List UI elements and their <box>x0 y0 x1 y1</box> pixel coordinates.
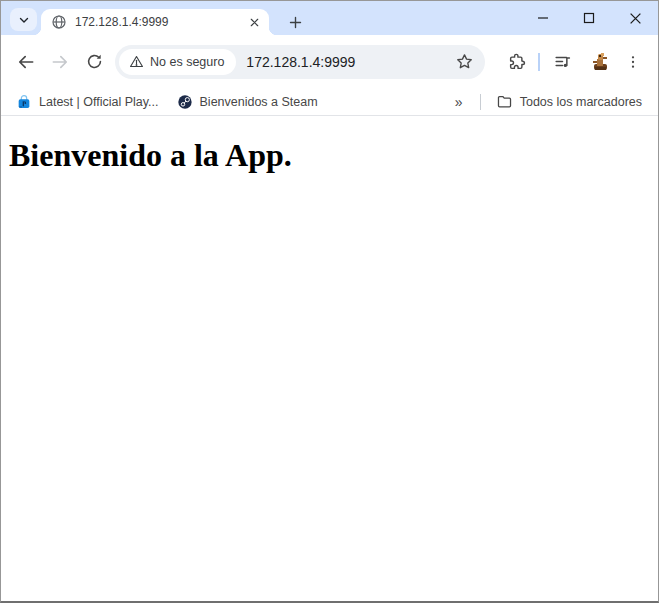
back-button[interactable] <box>9 45 43 79</box>
plus-icon <box>288 15 303 30</box>
minimize-button[interactable] <box>520 1 566 35</box>
browser-menu-button[interactable] <box>619 48 647 76</box>
playlist-music-icon <box>553 52 572 71</box>
bookmark-item-playstation[interactable]: Latest | Official Play... <box>7 91 168 113</box>
page-heading: Bienvenido a la App. <box>9 137 650 174</box>
maximize-icon <box>583 12 595 24</box>
arrow-right-icon <box>50 52 70 72</box>
warning-triangle-icon <box>129 54 144 69</box>
all-bookmarks-button[interactable]: Todos los marcadores <box>490 91 648 113</box>
double-chevron-right-icon: » <box>455 94 463 110</box>
chevron-down-icon <box>17 13 31 27</box>
kebab-menu-icon <box>625 54 641 70</box>
bookmarks-overflow-button[interactable]: » <box>447 90 471 114</box>
close-icon <box>629 12 642 25</box>
window-controls <box>520 1 658 35</box>
bookmark-label: Bienvenidos a Steam <box>200 95 318 109</box>
globe-icon <box>51 14 67 30</box>
new-tab-button[interactable] <box>282 9 308 35</box>
active-tab[interactable]: 172.128.1.4:9999 <box>41 9 269 35</box>
profile-avatar[interactable] <box>587 49 613 75</box>
maximize-button[interactable] <box>566 1 612 35</box>
url-text[interactable]: 172.128.1.4:9999 <box>246 54 451 70</box>
reload-icon <box>85 52 104 71</box>
steam-icon <box>177 94 193 110</box>
minimize-icon <box>537 12 549 24</box>
toolbar: No es seguro 172.128.1.4:9999 <box>1 35 658 88</box>
tab-title: 172.128.1.4:9999 <box>75 15 245 29</box>
omnibox[interactable]: No es seguro 172.128.1.4:9999 <box>115 45 485 79</box>
tab-close-button[interactable] <box>245 13 263 31</box>
tab-strip: 172.128.1.4:9999 <box>1 1 658 35</box>
bookmark-item-steam[interactable]: Bienvenidos a Steam <box>168 91 327 113</box>
browser-window: 172.128.1.4:9999 <box>0 0 659 603</box>
security-chip[interactable]: No es seguro <box>119 49 236 75</box>
playstation-store-icon <box>16 94 32 110</box>
security-chip-label: No es seguro <box>150 55 224 69</box>
close-window-button[interactable] <box>612 1 658 35</box>
bookmark-label: Latest | Official Play... <box>39 95 159 109</box>
bookmarks-bar-right: » Todos los marcadores <box>447 90 648 114</box>
extensions-button[interactable] <box>499 45 533 79</box>
bookmarks-bar: Latest | Official Play... Bienvenidos a … <box>1 88 658 116</box>
toolbar-divider <box>538 53 540 71</box>
page-content: Bienvenido a la App. <box>1 116 658 601</box>
arrow-left-icon <box>16 52 36 72</box>
star-icon <box>455 52 474 71</box>
media-controls-button[interactable] <box>545 45 579 79</box>
bookmark-star-button[interactable] <box>451 49 477 75</box>
forward-button[interactable] <box>43 45 77 79</box>
toolbar-actions <box>485 45 647 79</box>
all-bookmarks-label: Todos los marcadores <box>520 95 642 109</box>
reload-button[interactable] <box>77 45 111 79</box>
puzzle-icon <box>507 52 526 71</box>
bookmarks-divider <box>480 94 481 110</box>
folder-icon <box>496 93 513 110</box>
